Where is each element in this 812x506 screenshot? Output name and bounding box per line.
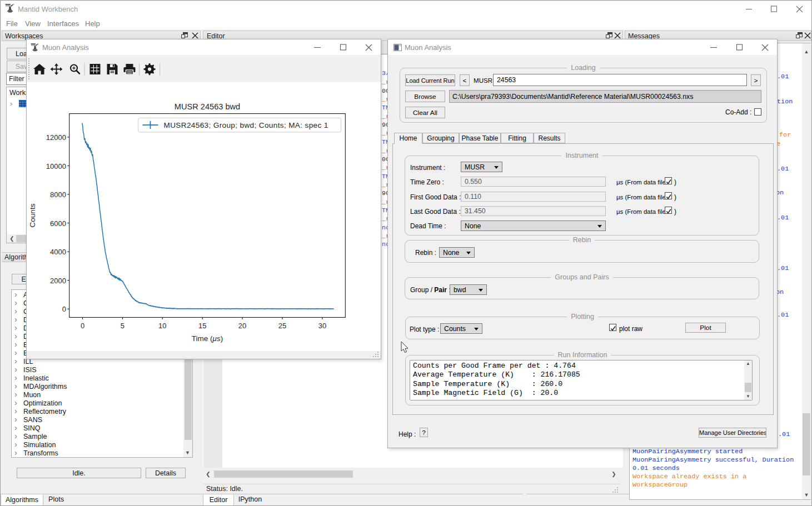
svg-text:Counts: Counts xyxy=(28,203,37,227)
svg-text:MUSR 24563 bwd: MUSR 24563 bwd xyxy=(175,102,240,111)
svg-text:Time (μs): Time (μs) xyxy=(192,334,223,343)
svg-text:MUSR24563; Group; bwd; Counts;: MUSR24563; Group; bwd; Counts; MA: spec … xyxy=(164,121,328,129)
